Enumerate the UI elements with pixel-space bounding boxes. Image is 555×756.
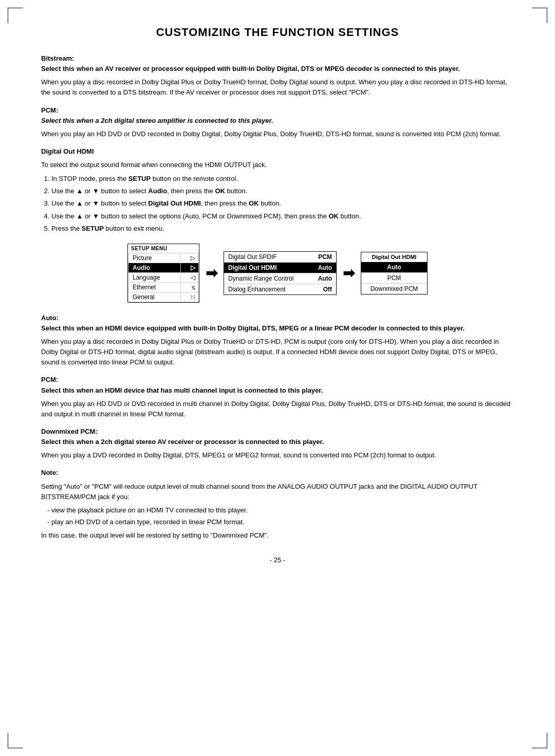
menu-icon-ethernet: ≤ xyxy=(181,282,199,292)
menu-icon-general: ∷ xyxy=(181,292,199,302)
menu-row-language: Language ◁ xyxy=(128,272,199,282)
auto-body: When you play a disc recorded in Dolby D… xyxy=(41,337,514,367)
digital-out-hdmi-steps: In STOP mode, press the SETUP button on … xyxy=(51,173,514,234)
submenu-box: Digital Out SPDIF PCM Digital Out HDMI A… xyxy=(224,251,337,295)
section-pcm2: PCM: Select this when an HDMI device tha… xyxy=(41,375,514,419)
submenu-value-dialog: Off xyxy=(310,284,336,294)
corner-mark-br xyxy=(532,733,547,748)
submenu-value-spdif: PCM xyxy=(310,252,336,263)
step-5: Press the SETUP button to exit menu. xyxy=(51,223,514,234)
note-heading: Note: xyxy=(41,469,58,476)
auto-heading: Auto: xyxy=(41,314,59,322)
menu-row-picture: Picture ▷ xyxy=(128,253,199,263)
submenu-row-dialog: Dialog Enhancement Off xyxy=(224,284,336,294)
menu-label-language: Language xyxy=(128,272,181,282)
bitstream-subheading: Select this when an AV receiver or proce… xyxy=(41,65,460,72)
submenu-label-hdmi: Digital Out HDMI xyxy=(224,262,310,273)
corner-mark-tl xyxy=(8,8,23,23)
menu-label-audio: Audio xyxy=(128,263,181,272)
diagram-arrow-1: ➡ xyxy=(206,265,217,282)
menu-row-audio: Audio ▷ xyxy=(128,263,199,272)
pcm2-heading: PCM: xyxy=(41,376,58,383)
pcm2-subheading: Select this when an HDMI device that has… xyxy=(41,386,323,394)
setup-menu-table: Picture ▷ Audio ▷ Language ◁ Ethernet ≤ … xyxy=(128,253,199,302)
step-3: Use the ▲ or ▼ button to select Digital … xyxy=(51,198,514,209)
page-number: - 25 - xyxy=(41,556,514,564)
note-bullet-1: view the playback picture on an HDMI TV … xyxy=(41,505,514,515)
bitstream-body: When you play a disc recorded in Dolby D… xyxy=(41,77,514,98)
submenu-row-spdif: Digital Out SPDIF PCM xyxy=(224,252,336,263)
menu-label-ethernet: Ethernet xyxy=(128,282,181,292)
submenu-row-dynamic: Dynamic Range Control Auto xyxy=(224,273,336,284)
corner-mark-bl xyxy=(8,733,23,748)
menu-row-general: General ∷ xyxy=(128,292,199,302)
downmixed-subheading: Select this when a 2ch digital stereo AV… xyxy=(41,438,324,446)
setup-menu-label: SETUP MENU xyxy=(128,244,199,253)
note-body1: Setting "Auto" or "PCM" will reduce outp… xyxy=(41,482,514,502)
menu-icon-language: ◁ xyxy=(181,272,199,282)
submenu-label-dialog: Dialog Enhancement xyxy=(224,284,310,294)
note-body2: In this case, the output level will be r… xyxy=(41,530,514,541)
submenu-label-spdif: Digital Out SPDIF xyxy=(224,252,310,263)
menu-icon-audio: ▷ xyxy=(181,263,199,272)
submenu-label-dynamic: Dynamic Range Control xyxy=(224,273,310,284)
section-note: Note: Setting "Auto" or "PCM" will reduc… xyxy=(41,468,514,541)
setup-menu-box: SETUP MENU Picture ▷ Audio ▷ Language ◁ … xyxy=(127,244,199,303)
auto-subheading: Select this when an HDMI device equipped… xyxy=(41,324,465,332)
options-header: Digital Out HDMI xyxy=(361,252,427,262)
step-2: Use the ▲ or ▼ button to select Audio, t… xyxy=(51,186,514,197)
page-container: CUSTOMIZING THE FUNCTION SETTINGS Bitstr… xyxy=(0,0,555,756)
section-digital-out-hdmi: Digital Out HDMI To select the output so… xyxy=(41,146,514,234)
pcm2-body: When you play an HD DVD or DVD recorded … xyxy=(41,399,514,419)
page-title: CUSTOMIZING THE FUNCTION SETTINGS xyxy=(41,26,514,39)
option-label-auto: Auto xyxy=(361,262,427,273)
downmixed-body: When you play a DVD recorded in Dolby Di… xyxy=(41,450,514,460)
pcm1-subheading: Select this when a 2ch digital stereo am… xyxy=(41,117,273,124)
section-pcm1: PCM: Select this when a 2ch digital ster… xyxy=(41,105,514,139)
pcm1-heading: PCM: xyxy=(41,106,58,114)
section-auto: Auto: Select this when an HDMI device eq… xyxy=(41,313,514,368)
bitstream-heading: Bitstream: xyxy=(41,54,74,62)
menu-icon-picture: ▷ xyxy=(181,253,199,263)
diagram-arrow-2: ➡ xyxy=(343,265,355,282)
option-row-downmixed: Downmixed PCM xyxy=(361,283,427,294)
digital-out-hdmi-heading: Digital Out HDMI xyxy=(41,146,514,157)
menu-label-general: General xyxy=(128,292,181,302)
menu-row-ethernet: Ethernet ≤ xyxy=(128,282,199,292)
section-downmixed-pcm: Downmixed PCM: Select this when a 2ch di… xyxy=(41,427,514,460)
note-bullet-2: play an HD DVD of a certain type, record… xyxy=(41,517,514,527)
step-4: Use the ▲ or ▼ button to select the opti… xyxy=(51,211,514,222)
downmixed-heading: Downmixed PCM: xyxy=(41,428,98,435)
options-table: Auto PCM Downmixed PCM xyxy=(361,262,427,294)
submenu-value-dynamic: Auto xyxy=(310,273,336,284)
option-label-downmixed: Downmixed PCM xyxy=(361,283,427,294)
digital-out-hdmi-intro: To select the output sound format when c… xyxy=(41,160,514,170)
options-box: Digital Out HDMI Auto PCM Downmixed PCM xyxy=(361,252,428,294)
submenu-value-hdmi: Auto xyxy=(310,262,336,273)
section-bitstream: Bitstream: Select this when an AV receiv… xyxy=(41,53,514,98)
submenu-table: Digital Out SPDIF PCM Digital Out HDMI A… xyxy=(224,252,336,294)
menu-label-picture: Picture xyxy=(128,253,181,263)
pcm1-body: When you play an HD DVD or DVD recorded … xyxy=(41,129,514,139)
option-label-pcm: PCM xyxy=(361,272,427,283)
submenu-row-hdmi: Digital Out HDMI Auto xyxy=(224,262,336,273)
option-row-auto: Auto xyxy=(361,262,427,273)
option-row-pcm: PCM xyxy=(361,272,427,283)
corner-mark-tr xyxy=(532,8,547,23)
setup-diagram: SETUP MENU Picture ▷ Audio ▷ Language ◁ … xyxy=(41,244,514,303)
step-1: In STOP mode, press the SETUP button on … xyxy=(51,173,514,185)
